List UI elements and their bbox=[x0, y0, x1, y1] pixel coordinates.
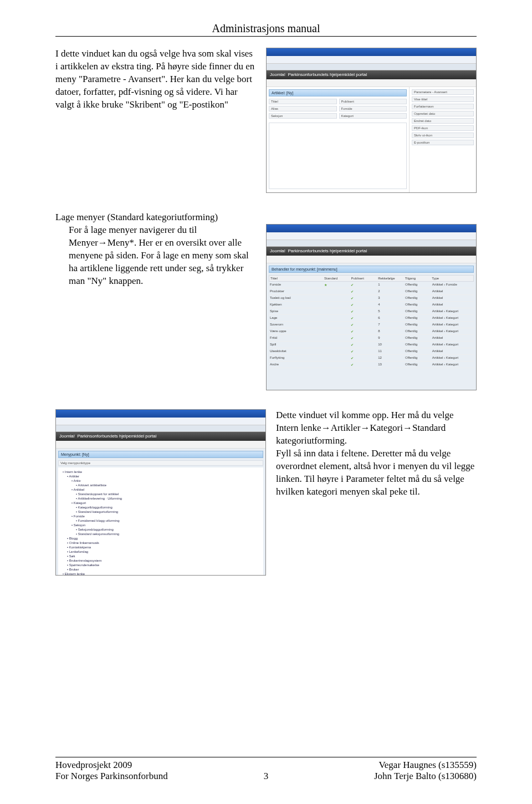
tree-node: • Artikler bbox=[60, 474, 261, 479]
joomla-logo-text: Joomla! bbox=[270, 72, 285, 77]
joomla-logo-text-3: Joomla! bbox=[59, 434, 75, 439]
tree-node: • Artikkel bbox=[60, 487, 261, 492]
joomla-logo-text-2: Joomla! bbox=[270, 248, 285, 253]
portal-title-2: Parkinsonforbundets hjelpemiddel portal bbox=[288, 248, 367, 253]
tree-node: • Søk bbox=[60, 554, 261, 558]
tree-node: • Artikkelinnlevering · Utforming bbox=[60, 496, 261, 501]
tree-node: • Ekstern lenke bbox=[60, 572, 261, 576]
tree-node: • Kategoribloggutforming bbox=[60, 505, 261, 510]
tree-node: • Blogg bbox=[60, 536, 261, 541]
section-1-text: I dette vinduet kan du også velge hva so… bbox=[55, 48, 256, 193]
section-3-text: Dette vinduet vil komme opp. Her må du v… bbox=[276, 409, 477, 576]
right-panel-label: Parametere - Avansert bbox=[412, 89, 474, 95]
table-row: Toalett og bad✔3OffentligArtikkel bbox=[269, 295, 474, 302]
portal-title: Parkinsonforbundets hjelpemiddel portal bbox=[288, 72, 367, 77]
tree-node: • Lenkeforslag bbox=[60, 549, 261, 554]
article-panel-title: Artikkel: [Ny] bbox=[269, 89, 407, 96]
table-row: Uteaktivitet✔11OffentligArtikkel bbox=[269, 348, 474, 355]
tree-label: Velg menypunkttype bbox=[58, 460, 263, 466]
table-row: Kjøkken✔4OffentligArtikkel bbox=[269, 302, 474, 308]
tree-node: • Kategori bbox=[60, 501, 261, 505]
menu-panel-title: Behandler for menypunkt: [mainmenu] bbox=[269, 266, 474, 273]
tree-node: • Forside bbox=[60, 514, 261, 518]
section-2-heading: Lage menyer (Standard kategoriutforming) bbox=[55, 212, 477, 223]
section-1-screenshot: Joomla! Parkinsonforbundets hjelpemiddel… bbox=[266, 48, 477, 193]
tree-node: • Spørreundersøkelse bbox=[60, 563, 261, 567]
table-row: Spise✔5OffentligArtikkel › Kategori bbox=[269, 308, 474, 315]
section-2-body: For å lage menyer navigerer du til Menye… bbox=[69, 224, 256, 390]
section-2: Lage menyer (Standard kategoriutforming)… bbox=[55, 212, 477, 390]
tree-node: • Intern lenke bbox=[60, 470, 261, 474]
table-row: Fritid✔9OffentligArtikkel bbox=[269, 335, 474, 342]
table-row: Forflytting✔12OffentligArtikkel › Katego… bbox=[269, 355, 474, 362]
main-content: I dette vinduet kan du også velge hva so… bbox=[0, 42, 532, 576]
table-row: Soverom✔7OffentligArtikkel › Kategori bbox=[269, 322, 474, 328]
tree-node: • Online linkemanuals bbox=[60, 541, 261, 545]
tree-node: • Brukerinnslagssystem bbox=[60, 558, 261, 563]
section-2-screenshot: Joomla! Parkinsonforbundets hjelpemiddel… bbox=[266, 224, 477, 390]
table-row: Spill✔10OffentligArtikkel › Kategori bbox=[269, 342, 474, 348]
tree-node: • Standard kategoriutforming bbox=[60, 510, 261, 514]
tree-node: • Standard seksjonsutforming bbox=[60, 532, 261, 536]
table-row: Forside★✔1OffentligArtikkel › Forside bbox=[269, 282, 474, 288]
tree-node: • Seksjon bbox=[60, 523, 261, 527]
section-3: Joomla! Parkinsonforbundets hjelpemiddel… bbox=[55, 409, 477, 576]
tree-node: • Bruker bbox=[60, 567, 261, 572]
menu-table-body: Forside★✔1OffentligArtikkel › ForsidePro… bbox=[269, 282, 474, 368]
tree-node: • Arkivert artikkelliste bbox=[60, 483, 261, 487]
portal-title-3: Parkinsonforbundets hjelpemiddel portal bbox=[77, 434, 156, 439]
page-title: Administrasjons manual bbox=[0, 22, 532, 35]
table-row: Andre✔13OffentligArtikkel › Kategori bbox=[269, 362, 474, 368]
tree-node: • Arkiv bbox=[60, 479, 261, 483]
section-3-screenshot: Joomla! Parkinsonforbundets hjelpemiddel… bbox=[55, 409, 266, 576]
page-number: 3 bbox=[0, 755, 532, 782]
menu-table-header: Tittel Standard Publisert Rekkefølge Til… bbox=[269, 275, 474, 282]
tree-node: • Seksjonsbloggutforming bbox=[60, 527, 261, 532]
section-1: I dette vinduet kan du også velge hva so… bbox=[55, 48, 477, 193]
header-rule bbox=[55, 36, 477, 37]
table-row: Produkter✔2OffentligArtikkel bbox=[269, 288, 474, 295]
tree-node: • Standardoppsett for artikkel bbox=[60, 492, 261, 496]
tree-node: • Kontaktskjema bbox=[60, 545, 261, 549]
page-header: Administrasjons manual bbox=[0, 0, 532, 37]
tree-node: • Forsidemed blogg utforming bbox=[60, 518, 261, 523]
table-row: Lage✔6OffentligArtikkel › Kategori bbox=[269, 315, 474, 322]
menu-tree: • Intern lenke• Artikler• Arkiv• Arkiver… bbox=[58, 467, 263, 576]
menupoint-panel-title: Menypunkt: [Ny] bbox=[58, 451, 263, 458]
table-row: Være oppe✔8OffentligArtikkel › Kategori bbox=[269, 328, 474, 335]
